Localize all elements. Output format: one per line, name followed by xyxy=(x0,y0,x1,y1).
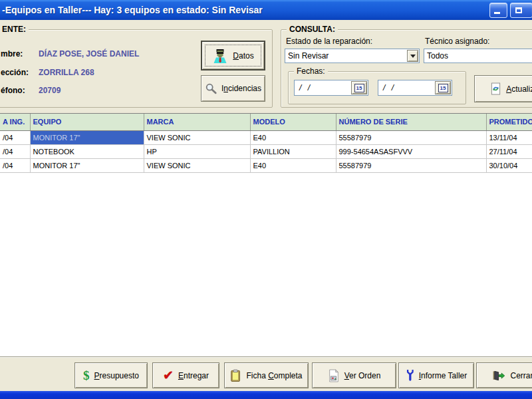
label-hotkey: D xyxy=(233,51,239,61)
consulta-groupbox: CONSULTA: Estado de la reparación: Sin R… xyxy=(281,29,532,108)
incidencias-button[interactable]: Incidencias xyxy=(201,75,265,102)
label-part: nforme Taller xyxy=(421,371,467,380)
direccion-value: ZORRILLA 268 xyxy=(39,68,94,77)
grid-cell[interactable]: VIEW SONIC xyxy=(144,130,250,144)
window-title: -Equipos en Taller--- Hay: 3 equipos en … xyxy=(0,5,263,15)
dollar-icon: $ xyxy=(83,368,90,383)
grid-cell[interactable]: /04 xyxy=(0,144,30,158)
minimize-button[interactable] xyxy=(489,3,507,18)
fechas-group-label: Fechas: xyxy=(294,66,328,76)
exit-door-icon xyxy=(492,370,505,382)
title-bar[interactable]: -Equipos en Taller--- Hay: 3 equipos en … xyxy=(0,0,532,20)
grid-cell[interactable]: VIEW SONIC xyxy=(144,158,250,172)
grid-cell[interactable]: MONITOR 17" xyxy=(30,158,144,172)
grid-cell[interactable]: 999-54654ASASFVVV xyxy=(336,144,486,158)
label-part: ctualizar xyxy=(511,84,532,94)
grid-cell[interactable]: /04 xyxy=(0,130,30,144)
grid-cell[interactable]: 27/11/04 xyxy=(486,144,532,158)
estado-reparacion-label: Estado de la reparación: xyxy=(286,37,372,46)
label-hotkey: V xyxy=(344,371,349,380)
chevron-down-icon xyxy=(410,55,416,58)
person-icon xyxy=(212,48,228,64)
fechas-groupbox: Fechas: / / 15 / / 15 xyxy=(288,71,466,104)
presupuesto-button[interactable]: $ Presupuesto xyxy=(74,362,148,388)
column-header-numero-serie[interactable]: NÚMERO DE SERIE xyxy=(336,114,486,130)
fecha-desde-calendar-button[interactable]: 15 xyxy=(351,81,367,94)
datos-button[interactable]: Datos xyxy=(201,41,265,70)
tecnico-asignado-combobox[interactable]: Todos xyxy=(424,49,532,63)
equipment-grid[interactable]: A ING. EQUIPO MARCA MODELO NÚMERO DE SER… xyxy=(0,113,532,357)
grid-cell[interactable]: 13/11/04 xyxy=(486,130,532,144)
informe-taller-button-label: Informe Taller xyxy=(419,371,467,380)
label-part: er Orden xyxy=(349,371,380,380)
grid-cell[interactable]: 55587979 xyxy=(336,158,486,172)
grid-cell[interactable]: 30/10/04 xyxy=(486,158,532,172)
calendar-icon: 15 xyxy=(354,84,364,92)
equipos-en-taller-window: -Equipos en Taller--- Hay: 3 equipos en … xyxy=(0,0,532,399)
fecha-desde-input[interactable]: / / 15 xyxy=(294,80,368,96)
telefono-value: 20709 xyxy=(39,86,61,95)
table-row[interactable]: /04 MONITOR 17" VIEW SONIC E40 55587979 … xyxy=(0,158,532,172)
grid-cell[interactable]: /04 xyxy=(0,158,30,172)
label-part: Ficha xyxy=(246,371,268,380)
column-header-fecha-ing[interactable]: A ING. xyxy=(0,114,30,130)
tecnico-asignado-label: Técnico asignado: xyxy=(425,37,489,46)
presupuesto-button-label: Presupuesto xyxy=(94,371,139,380)
calendar-icon: 15 xyxy=(438,84,448,92)
checkmark-icon: ✔ xyxy=(163,370,174,381)
grid-cell[interactable]: HP xyxy=(144,144,250,158)
grid-cell-selected[interactable]: MONITOR 17" xyxy=(30,130,144,144)
table-row[interactable]: /04 NOTEBOOK HP PAVILLION 999-54654ASASF… xyxy=(0,144,532,158)
column-header-prometido[interactable]: PROMETIDO xyxy=(486,114,532,130)
label-part: Cerrar xyxy=(510,371,532,380)
grid-cell[interactable]: E40 xyxy=(250,158,336,172)
label-part: ntregar xyxy=(184,371,209,380)
maximize-icon xyxy=(515,7,522,13)
maximize-button[interactable] xyxy=(510,3,532,18)
equipment-table: A ING. EQUIPO MARCA MODELO NÚMERO DE SER… xyxy=(0,114,532,173)
document-preview-icon xyxy=(328,369,340,382)
label-hotkey: E xyxy=(178,371,184,380)
fecha-hasta-input[interactable]: / / 15 xyxy=(378,80,452,96)
estado-reparacion-combobox[interactable]: Sin Revisar xyxy=(285,49,420,63)
nombre-label: mbre: xyxy=(1,49,23,59)
column-header-modelo[interactable]: MODELO xyxy=(250,114,336,130)
column-header-equipo[interactable]: EQUIPO xyxy=(30,114,144,130)
estado-dropdown-button[interactable] xyxy=(407,50,418,62)
fecha-hasta-calendar-button[interactable]: 15 xyxy=(435,81,451,94)
grid-cell[interactable]: PAVILLION xyxy=(250,144,336,158)
grid-cell[interactable]: 55587979 xyxy=(336,130,486,144)
ficha-completa-button-label: Ficha Completa xyxy=(246,371,302,380)
label-part: cidencias xyxy=(228,84,261,93)
entregar-button[interactable]: ✔ Entregar xyxy=(152,362,219,388)
ficha-completa-button[interactable]: Ficha Completa xyxy=(224,362,309,388)
informe-taller-button[interactable]: Informe Taller xyxy=(398,362,474,388)
actualizar-button[interactable]: Actualizar xyxy=(474,75,532,102)
actualizar-button-label: Actualizar xyxy=(506,84,532,94)
label-hotkey: A xyxy=(506,84,511,94)
ver-orden-button[interactable]: Ver Orden xyxy=(312,362,396,388)
label-hotkey: C xyxy=(268,371,274,380)
ver-orden-button-label: Ver Orden xyxy=(344,371,381,380)
telefono-label: éfono: xyxy=(1,86,25,95)
label-part: ompleta xyxy=(274,371,303,380)
window-bottom-border xyxy=(0,391,532,399)
clipboard-icon xyxy=(230,369,241,382)
tecnico-asignado-value: Todos xyxy=(427,51,448,61)
entregar-button-label: Entregar xyxy=(178,371,209,380)
label-part: atos xyxy=(239,51,254,61)
direccion-label: ección: xyxy=(1,68,29,77)
label-part: resupuesto xyxy=(100,371,139,380)
consulta-group-label: CONSULTA: xyxy=(287,25,338,34)
label-hotkey: n xyxy=(223,84,228,93)
fecha-desde-value: / / xyxy=(299,83,312,92)
datos-button-label: Datos xyxy=(233,51,253,61)
fecha-hasta-value: / / xyxy=(383,83,396,92)
wrench-icon xyxy=(406,369,414,382)
grid-cell[interactable]: E40 xyxy=(250,130,336,144)
cerrar-button[interactable]: Cerrar xyxy=(476,362,532,388)
column-header-marca[interactable]: MARCA xyxy=(144,114,250,130)
minimize-icon xyxy=(494,12,500,14)
grid-cell[interactable]: NOTEBOOK xyxy=(30,144,144,158)
table-row[interactable]: /04 MONITOR 17" VIEW SONIC E40 55587979 … xyxy=(0,130,532,144)
